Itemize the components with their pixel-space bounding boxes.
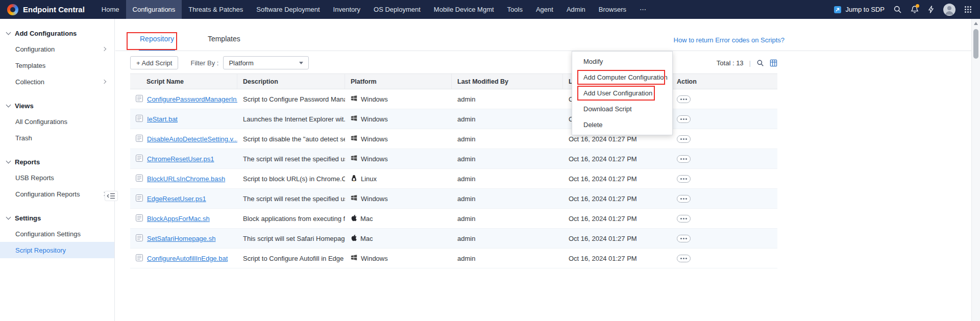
sidebar-item-label: Trash — [15, 134, 32, 142]
table-row: ConfigureAutofillInEdge.bat Script to Co… — [130, 249, 777, 268]
nav-item-mobile-device-mgmt[interactable]: Mobile Device Mgmt — [427, 0, 501, 19]
endpoint-central-app: Endpoint Central Home Configurations Thr… — [0, 0, 980, 321]
sidebar-item-configuration-settings[interactable]: Configuration Settings — [0, 226, 114, 242]
sidebar-item-script-repository[interactable]: Script Repository — [0, 242, 114, 258]
script-name-link[interactable]: ConfigurePasswordManagerIn... — [147, 95, 237, 103]
platform-filter-select[interactable]: Platform — [223, 56, 309, 69]
script-description: Block applications from executing f... — [237, 215, 345, 223]
row-actions-button[interactable] — [677, 155, 691, 163]
menu-item-add-computer-configuration[interactable]: Add Computer Configuration — [572, 69, 672, 85]
add-script-button[interactable]: + Add Script — [130, 56, 178, 69]
jump-to-sdp-button[interactable]: Jump to SDP — [834, 6, 885, 14]
nav-item-tools[interactable]: Tools — [501, 0, 529, 19]
toolbar-right: Total : 13 | — [717, 59, 777, 67]
tab-repository[interactable]: Repository — [139, 35, 175, 51]
sidebar-item-configuration-reports[interactable]: Configuration Reports — [0, 186, 114, 202]
column-view-icon[interactable] — [770, 59, 777, 67]
script-file-icon — [135, 114, 143, 124]
row-actions-button[interactable] — [677, 255, 691, 262]
platform-label: Windows — [361, 115, 388, 123]
menu-item-label: Add User Configuration — [583, 89, 652, 97]
nav-item-browsers[interactable]: Browsers — [592, 0, 633, 19]
notifications-bell-icon[interactable] — [911, 5, 919, 14]
script-description: The script will reset the specified us..… — [237, 155, 345, 163]
chevron-down-icon — [6, 159, 11, 164]
modified-by: admin — [452, 115, 563, 123]
nav-item-admin[interactable]: Admin — [560, 0, 592, 19]
menu-item-delete[interactable]: Delete — [572, 117, 672, 133]
script-name-link[interactable]: DisableAutoDetectIeSetting.v... — [147, 135, 237, 143]
collapse-panel-icon[interactable] — [105, 191, 118, 201]
row-actions-button[interactable] — [677, 215, 691, 223]
sdp-icon — [834, 6, 842, 14]
sidebar-item-collection[interactable]: Collection — [0, 73, 114, 90]
menu-item-label: Add Computer Configuration — [583, 73, 668, 81]
sidebar-item-templates[interactable]: Templates — [0, 57, 114, 73]
script-file-icon — [135, 194, 143, 204]
script-name-link[interactable]: IeStart.bat — [147, 115, 178, 123]
windows-icon — [351, 194, 357, 203]
apps-grid-icon[interactable] — [964, 6, 972, 13]
script-name-link[interactable]: ChromeResetUser.ps1 — [147, 155, 214, 163]
nav-item-threats-patches[interactable]: Threats & Patches — [182, 0, 250, 19]
table-row: IeStart.bat Launches the Internet Explor… — [130, 109, 777, 129]
row-actions-button[interactable] — [677, 95, 691, 103]
nav-item-agent[interactable]: Agent — [529, 0, 560, 19]
section-title: Settings — [15, 214, 41, 222]
sidebar-item-all-configurations[interactable]: All Configurations — [0, 113, 114, 130]
menu-item-download-script[interactable]: Download Script — [572, 101, 672, 117]
column-action[interactable]: Action — [671, 74, 777, 89]
row-actions-button[interactable] — [677, 115, 691, 123]
modified-on: Oct 16, 2024 01:27 PM — [563, 215, 671, 223]
row-actions-button[interactable] — [677, 175, 691, 183]
nav-item-home[interactable]: Home — [95, 0, 126, 19]
tab-templates[interactable]: Templates — [207, 35, 241, 51]
modified-by: admin — [452, 95, 563, 103]
column-last-modified-by[interactable]: Last Modified By — [452, 74, 563, 89]
sidebar-item-configuration[interactable]: Configuration — [0, 41, 114, 57]
sidebar-item-trash[interactable]: Trash — [0, 130, 114, 146]
script-name-link[interactable]: SetSafariHomepage.sh — [147, 235, 215, 242]
section-add-configurations[interactable]: Add Configurations — [0, 26, 114, 41]
vertical-scrollbar[interactable] — [971, 19, 980, 321]
more-actions-icon — [683, 98, 684, 100]
sidebar-item-usb-reports[interactable]: USB Reports — [0, 169, 114, 186]
section-views[interactable]: Views — [0, 98, 114, 113]
script-name-link[interactable]: EdgeResetUser.ps1 — [147, 195, 206, 203]
script-name-link[interactable]: BlockAppsForMac.sh — [147, 215, 210, 223]
nav-item-inventory[interactable]: Inventory — [327, 0, 367, 19]
section-settings[interactable]: Settings — [0, 210, 114, 226]
lightning-icon[interactable] — [927, 5, 935, 14]
search-icon[interactable] — [893, 5, 902, 14]
nav-item-software-deployment[interactable]: Software Deployment — [250, 0, 326, 19]
brand[interactable]: Endpoint Central — [0, 4, 95, 15]
scroll-up-arrow-icon[interactable] — [974, 22, 978, 25]
table-row: ChromeResetUser.ps1 The script will rese… — [130, 149, 777, 169]
more-actions-icon — [683, 118, 684, 120]
column-description[interactable]: Description — [237, 74, 345, 89]
section-reports[interactable]: Reports — [0, 154, 114, 169]
column-script-name[interactable]: Script Name — [130, 74, 237, 89]
table-header: Script Name Description Platform Last Mo… — [130, 73, 777, 89]
section-title: Reports — [15, 158, 40, 166]
user-avatar[interactable] — [943, 4, 955, 16]
error-codes-help-link[interactable]: How to return Error codes on Scripts? — [674, 36, 785, 44]
table-search-icon[interactable] — [756, 59, 764, 67]
script-name-link[interactable]: BlockURLsInChrome.bash — [147, 175, 225, 183]
sidebar-item-label: Script Repository — [15, 246, 66, 254]
row-actions-button[interactable] — [677, 135, 691, 143]
platform-label: Linux — [361, 175, 377, 183]
script-file-icon — [135, 94, 143, 104]
script-name-link[interactable]: ConfigureAutofillInEdge.bat — [147, 255, 228, 262]
nav-item-configurations[interactable]: Configurations — [126, 0, 182, 19]
scrollbar-thumb[interactable] — [973, 29, 978, 59]
menu-item-add-user-configuration[interactable]: Add User Configuration — [572, 85, 672, 101]
column-platform[interactable]: Platform — [345, 74, 452, 89]
row-actions-button[interactable] — [677, 235, 691, 242]
menu-item-modify[interactable]: Modify — [572, 54, 672, 69]
row-actions-button[interactable] — [677, 195, 691, 203]
script-file-icon — [135, 234, 143, 243]
more-actions-icon — [683, 178, 684, 180]
nav-more-icon[interactable]: ⋯ — [633, 0, 653, 19]
nav-item-os-deployment[interactable]: OS Deployment — [367, 0, 427, 19]
